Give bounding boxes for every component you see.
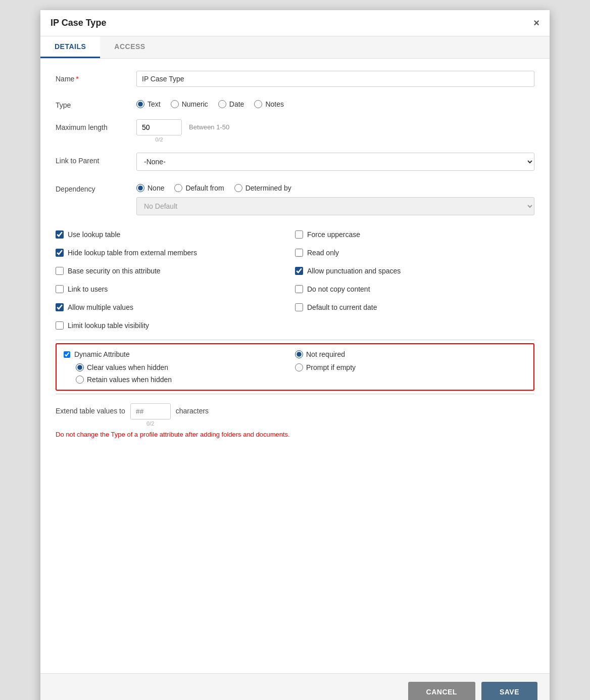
limit-lookup-checkbox[interactable] (56, 321, 64, 330)
checkboxes-section: Use lookup table Hide lookup table from … (56, 225, 534, 335)
type-date-radio[interactable] (218, 100, 226, 108)
extend-row: Extend table values to 0/2 characters (56, 403, 534, 427)
checkbox-hide-lookup[interactable]: Hide lookup table from external members (56, 244, 295, 262)
dependency-default-radio[interactable] (174, 184, 182, 192)
base-security-checkbox[interactable] (56, 267, 64, 275)
no-copy-checkbox[interactable] (295, 285, 303, 293)
not-required-radio[interactable] (295, 350, 303, 358)
read-only-checkbox[interactable] (295, 249, 303, 257)
warning-text: Do not change the Type of a profile attr… (56, 431, 534, 438)
checkbox-read-only[interactable]: Read only (295, 244, 534, 262)
type-date-option[interactable]: Date (218, 100, 244, 108)
extend-label: Extend table values to (56, 403, 125, 415)
prompt-empty-option[interactable]: Prompt if empty (295, 363, 526, 371)
link-users-checkbox[interactable] (56, 285, 64, 293)
modal-header: IP Case Type × (40, 10, 550, 36)
checkbox-base-security[interactable]: Base security on this attribute (56, 262, 295, 280)
dependency-label: Dependency (56, 181, 136, 193)
max-length-input[interactable] (136, 119, 182, 135)
extend-suffix: characters (176, 403, 209, 415)
modal-footer: CANCEL SAVE (40, 673, 550, 700)
tab-bar: DETAILS ACCESS (40, 36, 550, 59)
checkbox-allow-punct[interactable]: Allow punctuation and spaces (295, 262, 534, 280)
not-required-option[interactable]: Not required (295, 350, 526, 358)
type-text-option[interactable]: Text (136, 100, 161, 108)
cancel-button[interactable]: CANCEL (408, 682, 475, 700)
allow-multiple-checkbox[interactable] (56, 303, 64, 311)
link-to-parent-label: Link to Parent (56, 153, 136, 165)
type-notes-option[interactable]: Notes (254, 100, 284, 108)
max-length-counter: 0/2 (136, 136, 182, 143)
dependency-none-option[interactable]: None (136, 184, 164, 192)
retain-hidden-option[interactable]: Retain values when hidden (76, 376, 295, 384)
divider-2 (56, 394, 534, 394)
modal-container: IP Case Type × DETAILS ACCESS Name* Type… (40, 10, 550, 700)
dependency-row: Dependency None Default from Determined … (56, 181, 534, 215)
dependency-control: None Default from Determined by No Defau… (136, 181, 534, 215)
default-date-checkbox[interactable] (295, 303, 303, 311)
clear-hidden-option[interactable]: Clear values when hidden (76, 363, 295, 371)
dynamic-attribute-section: Dynamic Attribute Clear values when hidd… (56, 343, 534, 391)
checkboxes-left: Use lookup table Hide lookup table from … (56, 225, 295, 335)
checkbox-use-lookup[interactable]: Use lookup table (56, 225, 295, 244)
dependency-none-radio[interactable] (136, 184, 144, 192)
use-lookup-checkbox[interactable] (56, 230, 64, 239)
dynamic-left: Dynamic Attribute Clear values when hidd… (64, 350, 295, 384)
checkbox-no-copy[interactable]: Do not copy content (295, 280, 534, 298)
checkbox-link-users[interactable]: Link to users (56, 280, 295, 298)
divider-1 (56, 340, 534, 340)
hide-lookup-checkbox[interactable] (56, 249, 64, 257)
dynamic-attribute-checkbox-label[interactable]: Dynamic Attribute (64, 350, 295, 358)
type-numeric-radio[interactable] (171, 100, 179, 108)
max-length-label: Maximum length (56, 119, 136, 131)
retain-hidden-radio[interactable] (76, 376, 84, 384)
checkbox-default-date[interactable]: Default to current date (295, 298, 534, 316)
required-indicator: * (76, 75, 78, 83)
dynamic-radios: Clear values when hidden Retain values w… (64, 363, 295, 384)
dynamic-attribute-checkbox[interactable] (64, 351, 70, 358)
extend-counter: 0/2 (130, 421, 171, 427)
name-input[interactable] (136, 71, 534, 87)
extend-input-wrapper: 0/2 (130, 403, 171, 427)
link-to-parent-row: Link to Parent -None- (56, 153, 534, 171)
type-radio-group: Text Numeric Date Notes (136, 97, 534, 108)
no-default-select[interactable]: No Default (136, 197, 534, 215)
tab-access[interactable]: ACCESS (100, 36, 159, 58)
type-row: Type Text Numeric Date Notes (56, 97, 534, 109)
link-to-parent-select[interactable]: -None- (136, 153, 534, 171)
max-length-row: Maximum length 0/2 Between 1-50 (56, 119, 534, 143)
dependency-default-option[interactable]: Default from (174, 184, 224, 192)
dynamic-right: Not required Prompt if empty (295, 350, 526, 384)
dependency-determined-option[interactable]: Determined by (234, 184, 291, 192)
tab-details[interactable]: DETAILS (40, 36, 100, 58)
max-length-control: 0/2 Between 1-50 (136, 119, 534, 143)
force-upper-checkbox[interactable] (295, 230, 303, 239)
save-button[interactable]: SAVE (481, 682, 537, 700)
allow-punct-checkbox[interactable] (295, 267, 303, 275)
name-label: Name* (56, 71, 136, 83)
name-control (136, 71, 534, 87)
modal-body: Name* Type Text Numeric Date (40, 59, 550, 673)
link-to-parent-control: -None- (136, 153, 534, 171)
prompt-empty-radio[interactable] (295, 363, 303, 371)
dependency-determined-radio[interactable] (234, 184, 242, 192)
type-notes-radio[interactable] (254, 100, 262, 108)
checkbox-limit-lookup[interactable]: Limit lookup table visibility (56, 316, 295, 335)
type-text-radio[interactable] (136, 100, 144, 108)
checkboxes-right: Force uppercase Read only Allow punctuat… (295, 225, 534, 335)
modal-title: IP Case Type (51, 18, 106, 28)
name-row: Name* (56, 71, 534, 87)
type-numeric-option[interactable]: Numeric (171, 100, 208, 108)
max-length-hint: Between 1-50 (182, 119, 236, 135)
checkbox-force-upper[interactable]: Force uppercase (295, 225, 534, 244)
type-label: Type (56, 97, 136, 109)
checkbox-allow-multiple[interactable]: Allow multiple values (56, 298, 295, 316)
clear-hidden-radio[interactable] (76, 363, 84, 371)
extend-input[interactable] (130, 403, 171, 419)
close-button[interactable]: × (533, 17, 539, 29)
